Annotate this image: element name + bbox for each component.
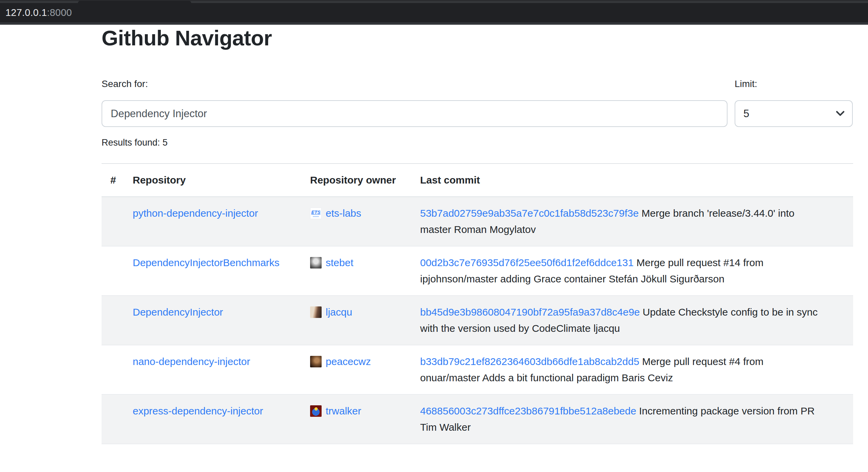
limit-select-wrap: 5 <box>735 100 853 127</box>
row-index-cell <box>102 197 133 246</box>
url-field[interactable]: 127.0.0.1:8000 <box>5 7 72 18</box>
browser-address-bar: 127.0.0.1:8000 <box>0 0 868 25</box>
repository-cell: express-dependency-injector <box>133 395 310 444</box>
url-port: :8000 <box>47 7 72 18</box>
owner-cell: ets-labs <box>310 197 420 246</box>
owner-avatar <box>310 257 322 269</box>
table-header-row: # Repository Repository owner Last commi… <box>102 163 853 197</box>
table-row: nano-dependency-injector peacecwz b33db7… <box>102 345 853 395</box>
repository-link[interactable]: express-dependency-injector <box>133 405 263 416</box>
row-index-cell <box>102 296 133 345</box>
owner-cell: ljacqu <box>310 296 420 345</box>
commit-cell: 53b7ad02759e9ab35a7e7c0c1fab58d523c79f3e… <box>420 197 853 246</box>
search-label: Search for: <box>102 79 148 89</box>
repository-link[interactable]: DependencyInjectorBenchmarks <box>133 257 280 268</box>
owner-link[interactable]: stebet <box>326 255 353 271</box>
address-bar-bottom-edge <box>0 22 868 25</box>
row-index-cell <box>102 345 133 394</box>
col-header-owner: Repository owner <box>310 174 420 186</box>
table-body: python-dependency-injector ets-labs 53b7… <box>102 197 853 444</box>
owner-link[interactable]: ets-labs <box>326 205 361 221</box>
owner-avatar <box>310 306 322 318</box>
owner-avatar <box>310 405 322 417</box>
commit-hash-link[interactable]: 00d2b3c7e76935d76f25ee50f6d1f2ef6ddce131 <box>420 257 634 268</box>
col-header-repository: Repository <box>133 174 310 186</box>
commit-cell: 00d2b3c7e76935d76f25ee50f6d1f2ef6ddce131… <box>420 246 853 295</box>
commit-cell: b33db79c21ef8262364603db66dfe1ab8cab2dd5… <box>420 345 853 394</box>
owner-cell: stebet <box>310 246 420 295</box>
table-row: express-dependency-injector trwalker 468… <box>102 395 853 444</box>
repository-link[interactable]: python-dependency-injector <box>133 208 258 219</box>
table-row: DependencyInjectorBenchmarks stebet 00d2… <box>102 246 853 296</box>
search-input[interactable] <box>102 100 728 127</box>
limit-label: Limit: <box>735 79 757 89</box>
results-table: # Repository Repository owner Last commi… <box>102 163 853 444</box>
repository-link[interactable]: nano-dependency-injector <box>133 356 250 367</box>
owner-cell: trwalker <box>310 395 420 444</box>
commit-hash-link[interactable]: b33db79c21ef8262364603db66dfe1ab8cab2dd5 <box>420 356 639 367</box>
page-title: Github Navigator <box>102 26 272 50</box>
commit-hash-link[interactable]: 468856003c273dffce23b86791fbbe512a8ebede <box>420 405 636 416</box>
owner-link[interactable]: trwalker <box>326 403 361 419</box>
commit-hash-link[interactable]: 53b7ad02759e9ab35a7e7c0c1fab58d523c79f3e <box>420 208 639 219</box>
col-header-index: # <box>102 174 133 186</box>
col-header-commit: Last commit <box>420 174 853 186</box>
commit-hash-link[interactable]: bb45d9e3b98608047190bf72a95fa9a37d8c4e9e <box>420 306 640 318</box>
repository-cell: DependencyInjectorBenchmarks <box>133 246 310 295</box>
commit-cell: bb45d9e3b98608047190bf72a95fa9a37d8c4e9e… <box>420 296 853 345</box>
owner-link[interactable]: ljacqu <box>326 304 352 320</box>
limit-select[interactable]: 5 <box>735 100 853 127</box>
repository-cell: python-dependency-injector <box>133 197 310 246</box>
repository-cell: nano-dependency-injector <box>133 345 310 394</box>
results-summary: Results found: 5 <box>102 137 168 148</box>
owner-avatar <box>310 208 322 219</box>
row-index-cell <box>102 246 133 295</box>
owner-link[interactable]: peacecwz <box>326 353 371 370</box>
repository-link[interactable]: DependencyInjector <box>133 306 223 318</box>
url-host: 127.0.0.1 <box>5 7 47 18</box>
table-row: python-dependency-injector ets-labs 53b7… <box>102 197 853 246</box>
commit-cell: 468856003c273dffce23b86791fbbe512a8ebede… <box>420 395 853 444</box>
browser-tab-strip <box>0 0 868 3</box>
owner-avatar <box>310 356 322 367</box>
repository-cell: DependencyInjector <box>133 296 310 345</box>
browser-tab-notch <box>78 1 191 3</box>
owner-cell: peacecwz <box>310 345 420 394</box>
row-index-cell <box>102 395 133 444</box>
table-row: DependencyInjector ljacqu bb45d9e3b98608… <box>102 296 853 345</box>
